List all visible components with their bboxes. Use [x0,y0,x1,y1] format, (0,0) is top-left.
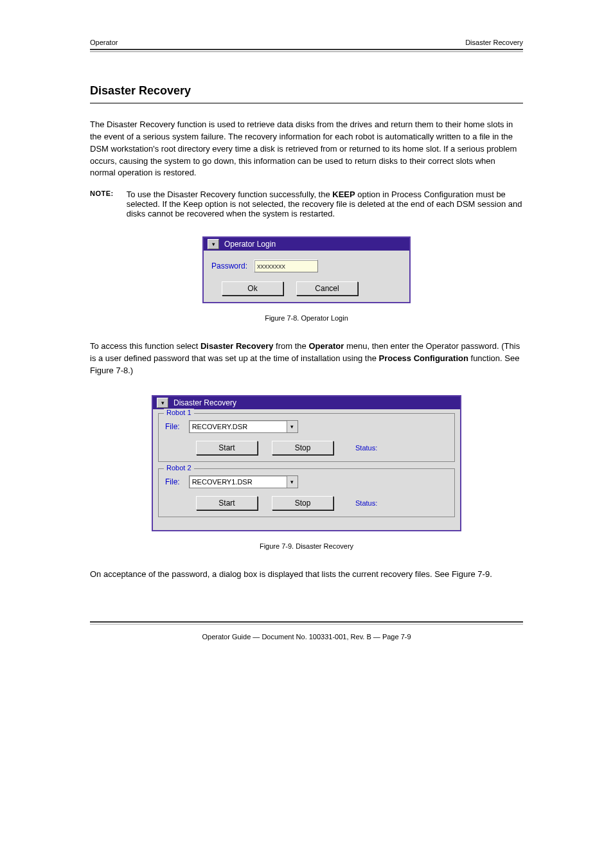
robot2-legend: Robot 2 [164,464,194,472]
robot1-start-button[interactable]: Start [196,441,258,455]
header-rule [90,49,523,52]
note-bold-keep: KEEP [332,190,355,199]
login-title-text: Operator Login [224,240,276,249]
note-body: To use the Disaster Recovery function su… [127,190,523,218]
robot2-stop-button[interactable]: Stop [272,496,333,510]
section-title: Disaster Recovery [90,84,523,98]
p2f: Process Configuration [378,353,468,363]
footer-text: Operator Guide — Document No. 100331-001… [90,633,523,641]
robot1-stop-button[interactable]: Stop [272,441,333,455]
robot1-file-label: File: [165,422,180,431]
robot1-file-value: RECOVERY.DSR [190,421,287,432]
note-block: NOTE: To use the Disaster Recovery funct… [90,190,523,218]
dr-titlebar: ▾ Disaster Recovery [153,396,460,409]
p2c: from the [273,341,308,351]
password-input[interactable]: xxxxxxxx [254,260,318,272]
dr-title-text: Disaster Recovery [173,398,236,407]
note-text-1: To use the Disaster Recovery function su… [127,190,333,199]
robot1-legend: Robot 1 [164,409,194,416]
login-titlebar: ▾ Operator Login [204,238,409,251]
robot2-start-button[interactable]: Start [196,496,258,510]
robot2-file-label: File: [165,477,180,486]
ok-button[interactable]: Ok [222,281,283,296]
robot1-status-label: Status: [355,444,377,452]
header-left: Operator [90,39,118,46]
p2b: Disaster Recovery [200,341,273,351]
chevron-down-icon[interactable]: ▾ [287,421,298,432]
robot2-file-combo[interactable]: RECOVERY1.DSR ▾ [189,475,298,488]
p2a: To access this function select [90,341,200,351]
password-label: Password: [211,261,247,270]
robot2-group: Robot 2 File: RECOVERY1.DSR ▾ Start Stop… [158,468,455,517]
figure-caption-login: Figure 7-8. Operator Login [90,314,523,324]
robot2-file-value: RECOVERY1.DSR [190,476,287,488]
robot2-status-label: Status: [355,499,377,507]
section-underline [90,103,523,103]
paragraph-after-dr: On acceptance of the password, a dialog … [90,569,523,581]
note-label: NOTE: [90,190,114,197]
paragraph-intro: The Disaster Recovery function is used t… [90,119,523,179]
header-right: Disaster Recovery [465,39,523,46]
cancel-button[interactable]: Cancel [296,281,358,296]
footer-rule [90,619,523,625]
figure-caption-dr: Figure 7-9. Disaster Recovery [90,542,523,552]
paragraph-access: To access this function select Disaster … [90,341,523,377]
robot1-file-combo[interactable]: RECOVERY.DSR ▾ [189,420,298,433]
chevron-down-icon[interactable]: ▾ [287,476,298,488]
robot1-group: Robot 1 File: RECOVERY.DSR ▾ Start Stop … [158,413,455,462]
p2d: Operator [308,341,344,351]
disaster-recovery-window: ▾ Disaster Recovery Robot 1 File: RECOVE… [152,395,461,531]
system-menu-icon[interactable]: ▾ [208,239,219,249]
system-menu-icon[interactable]: ▾ [157,398,168,408]
operator-login-window: ▾ Operator Login Password: xxxxxxxx Ok C… [202,236,411,303]
